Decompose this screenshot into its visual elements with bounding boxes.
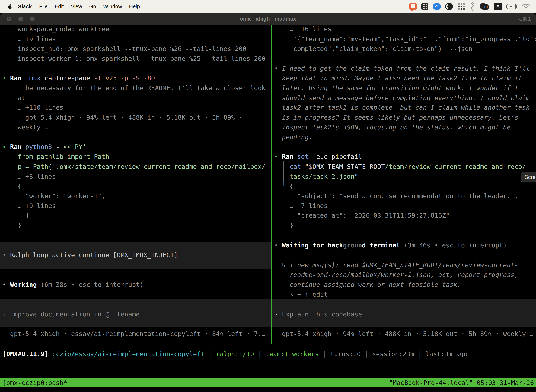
window-shortcut-hint: ⌥⌘1: [516, 16, 531, 22]
tmux-pane-left[interactable]: workspace_mode: worktree … +9 lines insp…: [0, 25, 271, 344]
orange-chat-icon[interactable]: [409, 3, 417, 10]
terminal-line: later. Using the same for transition mig…: [274, 83, 518, 93]
terminal-line: weekly …: [2, 122, 48, 132]
tmux-status-bar: [omx-cczip0:bash* "MacBook-Pro-44.local"…: [0, 378, 536, 387]
terminal-line: "worker": "worker-1",: [2, 191, 105, 201]
terminal-line: inspect_hud: omx sparkshell --tmux-pane …: [2, 44, 246, 54]
app-menus: SlackFileEditViewGoWindowHelp: [14, 4, 143, 9]
terminal-line: ⌥ + ↑ edit: [274, 289, 328, 299]
menu-item-window[interactable]: Window: [100, 4, 125, 9]
terminal-line: • Working (6m 38s • esc to interrupt): [2, 280, 144, 289]
window-titlebar[interactable]: omx --xhigh --madmax ⌥⌘1: [0, 13, 536, 25]
terminal-line: is in progress? It seems likely but perh…: [274, 112, 518, 122]
menu-item-file[interactable]: File: [36, 4, 51, 9]
moon-icon[interactable]: [445, 3, 453, 10]
terminal-line: "completed","claim_token":"claim-token"}…: [274, 44, 473, 54]
menu-item-go[interactable]: Go: [86, 4, 100, 9]
terminal-line: from pathlib import Path: [2, 152, 109, 162]
terminal-line: ]: [2, 210, 29, 220]
terminal-line: task2 after task1 is complete, but can I…: [274, 103, 530, 112]
terminal-line: ↳ 1 new msg(s): read $OMX_TEAM_STATE_ROO…: [274, 260, 518, 270]
terminal-line: • I need to get the claim token from the…: [274, 64, 530, 73]
terminal-line: should send a message before completing …: [274, 93, 530, 103]
terminal-line: › Ralph loop active continue [OMX_TMUX_I…: [2, 250, 178, 260]
terminal-line: … +16 lines: [274, 25, 331, 34]
input-source-icon[interactable]: A: [494, 3, 502, 10]
terminal-line: • Ran python3 - <<'PY': [2, 142, 86, 152]
terminal-line: gpt-5.4 xhigh · 94% left · 488K in · 5.1…: [2, 112, 243, 122]
terminal-line: … +9 lines: [2, 34, 56, 44]
tmux-pane-right[interactable]: … +16 lines '{"team_name":"my-team","tas…: [272, 25, 536, 344]
terminal-line: inspect_worker-1: omx sparkshell --tmux-…: [2, 54, 266, 64]
pane-border-bottom-left: [0, 344, 272, 344]
terminal-line: at: [2, 93, 25, 103]
terminal-line: • Waiting for background terminal (3m 46…: [274, 240, 507, 250]
terminal-line: › Explain this codebase: [274, 309, 362, 319]
wifi-icon[interactable]: [522, 3, 530, 10]
terminal-line: └ {: [274, 181, 293, 191]
menu-bar-status-icons: ..61 A: [409, 2, 536, 11]
terminal-line: readme-and-reco/mailbox/worker-1.json, a…: [274, 270, 518, 280]
badge-61-icon[interactable]: ..61: [480, 3, 490, 10]
terminal-line: └ {: [2, 181, 21, 191]
menu-item-slack[interactable]: Slack: [14, 4, 36, 9]
menu-item-view[interactable]: View: [67, 4, 86, 9]
terminal-line: workspace_mode: worktree: [2, 25, 109, 34]
terminal-line: cat "$OMX_TEAM_STATE_ROOT/team/review-cu…: [274, 162, 526, 172]
terminal-line: '{"team_name":"my-team","task_id":"1","f…: [274, 34, 536, 44]
hook-icon[interactable]: [470, 2, 475, 11]
tmux-host-clock-label: "MacBook-Pro-44.local" 05:03 31-Mar-26: [389, 379, 534, 386]
terminal-line: [OMX#0.11.9] cczip/essay/ai-reimplementa…: [2, 349, 467, 359]
terminal-line: pending.: [274, 132, 312, 142]
terminal-line: inspect task2's JSON, focusing on the st…: [274, 122, 511, 132]
terminal-line: "subject": "send a concise recommendatio…: [274, 191, 518, 201]
terminal-line: keep that in mind. Maybe I also need the…: [274, 73, 522, 83]
terminal-line: continue assigned work or next feasible …: [274, 280, 461, 289]
terminal-line: }: [2, 220, 21, 230]
terminal-line: gpt-5.4 xhigh · essay/ai-reimplementatio…: [2, 329, 266, 339]
terminal-line: … +3 lines: [2, 172, 56, 182]
menu-bar: SlackFileEditViewGoWindowHelp ..61 A: [0, 0, 536, 13]
terminal-line: }: [274, 220, 293, 230]
menu-item-help[interactable]: Help: [125, 4, 144, 9]
messenger-icon[interactable]: [433, 3, 441, 10]
keypad-icon[interactable]: [421, 3, 428, 10]
terminal-line: • Ran tmux capture-pane -t %25 -p -S -80: [2, 73, 155, 83]
tmux-session-label: [omx-cczip0:bash*: [2, 379, 67, 386]
apple-menu-icon[interactable]: [7, 3, 13, 10]
menu-item-edit[interactable]: Edit: [51, 4, 67, 9]
terminal-line: └ be necessary for the end of the README…: [2, 83, 266, 93]
terminal-line: "created_at": "2026-03-31T11:59:27.816Z": [274, 210, 450, 220]
terminal-line: … +9 lines: [2, 201, 56, 211]
terminal-line: tasks/task-2.json": [274, 172, 358, 182]
screen-tooltip: Scre: [521, 172, 536, 182]
terminal-window: omx --xhigh --madmax ⌥⌘1 workspace_mode:…: [0, 13, 536, 392]
pane-border-bottom-right: [272, 344, 536, 344]
terminal-line: • Ran set -euo pipefail: [274, 152, 362, 162]
terminal-line: … +7 lines: [274, 201, 328, 211]
terminal-line: gpt-5.4 xhigh · 94% left · 488K in · 5.1…: [274, 329, 534, 339]
window-title: omx --xhigh --madmax: [0, 16, 536, 22]
terminal-line: p = Path('.omx/state/team/review-current…: [2, 162, 266, 172]
terminal-content: workspace_mode: worktree … +9 lines insp…: [0, 25, 536, 392]
terminal-line: … +110 lines: [2, 103, 63, 112]
terminal-line: › Improve documentation in @filename: [2, 309, 140, 319]
battery-charging-icon[interactable]: [507, 4, 517, 9]
dots-grid-icon[interactable]: [458, 3, 465, 10]
